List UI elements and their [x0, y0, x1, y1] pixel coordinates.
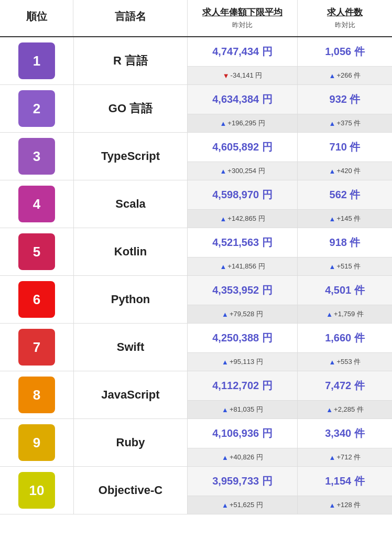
jobs-sub: ▲+128 件	[298, 496, 392, 514]
data-main-row: 4,605,892 円 710 件	[188, 133, 392, 162]
table-row: 2 GO 言語 4,634,384 円 932 件 ▲+196,295 円	[0, 85, 392, 133]
lang-name: Swift	[117, 340, 145, 354]
table-row: 9 Ruby 4,106,936 円 3,340 件 ▲+40,826 円	[0, 419, 392, 467]
jobs-change: +128 件	[336, 500, 361, 510]
salary-change: +300,254 円	[227, 166, 265, 176]
lang-cell: Scala	[73, 180, 188, 228]
lang-cell: JavaScript	[73, 371, 188, 418]
jobs-change: +266 件	[336, 71, 361, 80]
data-right: 4,250,388 円 1,660 件 ▲+95,113 円 ▲+553 件	[188, 324, 392, 371]
data-sub-row: ▲+81,035 円 ▲+2,285 件	[188, 401, 392, 418]
salary-sub: ▼-34,141 円	[188, 67, 298, 84]
data-main-row: 4,250,388 円 1,660 件	[188, 324, 392, 353]
lang-cell: Python	[73, 276, 188, 323]
salary-value: 4,605,892 円	[212, 140, 273, 154]
jobs-arrow-up-icon: ▲	[329, 215, 336, 223]
data-right: 4,112,702 円 7,472 件 ▲+81,035 円 ▲+2,285 件	[188, 371, 392, 418]
jobs-sub: ▲+515 件	[298, 257, 392, 275]
lang-cell: Swift	[73, 324, 188, 371]
table-row: 4 Scala 4,598,970 円 562 件 ▲+142,865 円	[0, 180, 392, 228]
data-sub-row: ▲+79,528 円 ▲+1,759 件	[188, 305, 392, 323]
salary-value: 4,250,388 円	[212, 331, 273, 345]
data-right: 4,634,384 円 932 件 ▲+196,295 円 ▲+375 件	[188, 85, 392, 132]
header-rank: 順位	[0, 0, 73, 36]
lang-cell: Ruby	[73, 419, 188, 466]
data-right: 3,959,733 円 1,154 件 ▲+51,625 円 ▲+128 件	[188, 467, 392, 514]
salary-change: +81,035 円	[230, 405, 263, 414]
salary-change: +141,856 円	[227, 262, 265, 271]
rank-number: 6	[33, 292, 40, 308]
salary-main: 4,634,384 円	[188, 85, 298, 114]
data-main-row: 3,959,733 円 1,154 件	[188, 467, 392, 496]
lang-name: Scala	[115, 197, 146, 211]
jobs-main: 4,501 件	[298, 276, 392, 305]
lang-name: R 言語	[113, 53, 148, 69]
salary-arrow-up-icon: ▲	[220, 215, 226, 223]
salary-main: 4,250,388 円	[188, 324, 298, 352]
jobs-sub: ▲+553 件	[298, 353, 392, 371]
lang-name: Objective-C	[99, 484, 162, 497]
jobs-sub: ▲+712 件	[298, 448, 392, 466]
salary-arrow-up-icon: ▲	[222, 358, 228, 366]
rank-number: 1	[33, 53, 40, 69]
salary-main: 4,112,702 円	[188, 371, 298, 400]
rank-number: 2	[33, 101, 40, 117]
salary-sub: ▲+81,035 円	[188, 401, 298, 418]
rank-badge: 7	[18, 329, 55, 366]
jobs-sub: ▲+2,285 件	[298, 401, 392, 418]
data-right: 4,598,970 円 562 件 ▲+142,865 円 ▲+145 件	[188, 180, 392, 228]
jobs-main: 1,056 件	[298, 37, 392, 66]
table-row: 6 Python 4,353,952 円 4,501 件 ▲+79,528	[0, 276, 392, 324]
jobs-value: 918 件	[330, 235, 361, 250]
salary-arrow-up-icon: ▲	[222, 454, 228, 461]
salary-arrow-up-icon: ▲	[220, 167, 226, 175]
jobs-value: 710 件	[330, 140, 361, 154]
data-main-row: 4,747,434 円 1,056 件	[188, 37, 392, 67]
salary-value: 4,353,952 円	[212, 283, 273, 297]
rank-cell: 1	[0, 37, 73, 84]
jobs-value: 7,472 件	[325, 379, 365, 393]
rank-number: 8	[33, 387, 40, 403]
table-header: 順位 言語名 求人年俸額下限平均 昨対比 求人件数 昨対比	[0, 0, 392, 37]
jobs-change: +712 件	[336, 453, 361, 462]
salary-change: +95,113 円	[230, 357, 263, 367]
jobs-main: 562 件	[298, 180, 392, 209]
lang-name: JavaScript	[101, 388, 159, 402]
rank-badge: 8	[18, 377, 55, 413]
jobs-sub: ▲+375 件	[298, 114, 392, 132]
jobs-change: +515 件	[336, 262, 361, 271]
data-sub-row: ▲+142,865 円 ▲+145 件	[188, 210, 392, 228]
salary-value: 4,598,970 円	[212, 188, 273, 202]
salary-value: 4,521,563 円	[212, 235, 273, 250]
jobs-value: 1,056 件	[325, 45, 365, 59]
rank-number: 10	[29, 482, 45, 499]
jobs-main: 918 件	[298, 228, 392, 257]
jobs-arrow-up-icon: ▲	[329, 454, 336, 461]
lang-name: Kotlin	[114, 245, 147, 259]
data-right: 4,747,434 円 1,056 件 ▼-34,141 円 ▲+266 件	[188, 37, 392, 84]
lang-name: TypeScript	[101, 149, 160, 163]
rank-cell: 8	[0, 371, 73, 418]
jobs-sub: ▲+420 件	[298, 162, 392, 180]
jobs-arrow-up-icon: ▲	[329, 358, 336, 366]
table-row: 1 R 言語 4,747,434 円 1,056 件 ▼-34,141 円	[0, 37, 392, 85]
header-salary: 求人年俸額下限平均 昨対比	[188, 0, 298, 36]
salary-value: 4,106,936 円	[212, 426, 273, 441]
lang-cell: GO 言語	[73, 85, 188, 132]
rank-cell: 9	[0, 419, 73, 466]
lang-cell: TypeScript	[73, 133, 188, 180]
salary-change: +142,865 円	[227, 214, 265, 223]
rank-number: 4	[33, 196, 40, 212]
data-main-row: 4,106,936 円 3,340 件	[188, 419, 392, 448]
rank-number: 3	[33, 148, 40, 165]
jobs-change: +375 件	[336, 119, 361, 128]
salary-arrow-up-icon: ▲	[220, 263, 226, 271]
salary-sub: ▲+40,826 円	[188, 448, 298, 466]
salary-sub: ▲+95,113 円	[188, 353, 298, 371]
jobs-change: +553 件	[336, 357, 361, 367]
jobs-arrow-up-icon: ▲	[329, 501, 336, 509]
lang-name: GO 言語	[108, 101, 153, 116]
salary-sub: ▲+79,528 円	[188, 305, 298, 323]
lang-name: Python	[111, 293, 150, 306]
data-main-row: 4,521,563 円 918 件	[188, 228, 392, 257]
